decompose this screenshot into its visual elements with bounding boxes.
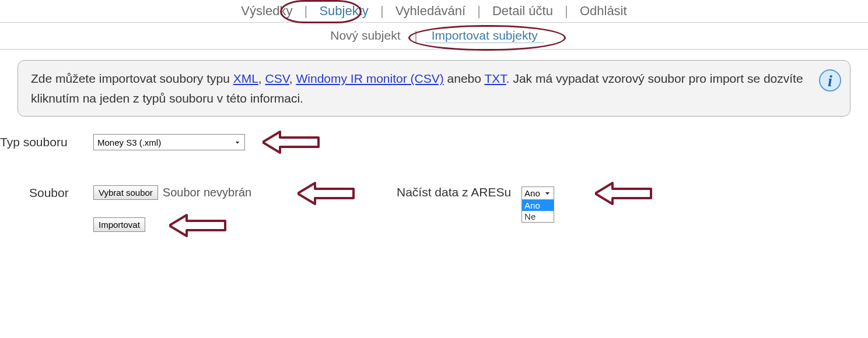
subnav-separator: | [410,29,422,43]
infobox-sep: , [258,72,265,85]
row-import: Importovat [0,217,868,232]
row-file: Soubor Vybrat soubor Soubor nevybrán Nač… [0,185,868,200]
import-button[interactable]: Importovat [93,217,145,232]
svg-marker-2 [262,132,318,153]
subnav-link-novy-subjekt[interactable]: Nový subjekt [324,29,406,43]
file-status-text: Soubor nevybrán [163,186,251,199]
infobox-text: Zde můžete importovat soubory typu [31,72,233,85]
annotation-arrow [169,213,228,238]
annotation-arrow [298,181,356,206]
infobox-sep: . [506,72,510,85]
nav-link-detail-uctu[interactable]: Detail účtu [487,3,559,19]
subnav-link-importovat-subjekty[interactable]: Importovat subjekty [426,29,544,43]
nav-separator: | [378,3,386,19]
dropdown-option-yes[interactable]: Ano [522,200,554,211]
label-file: Soubor [0,186,93,200]
ares-block: Načíst data z ARESu Ano Ano Ne [397,185,554,200]
label-ares: Načíst data z ARESu [397,185,511,199]
svg-text:i: i [828,72,832,90]
infobox: Zde můžete importovat soubory typu XML, … [18,60,850,117]
infobox-wrap: Zde můžete importovat soubory typu XML, … [0,50,868,117]
info-icon: i [818,69,842,92]
annotation-arrow [262,129,321,155]
choose-file-button[interactable]: Vybrat soubor [93,185,158,200]
nav-separator: | [475,3,483,19]
svg-marker-4 [595,183,651,204]
select-file-type[interactable]: Money S3 (.xml) [93,134,245,150]
svg-marker-3 [298,183,354,204]
infobox-sep: , [289,72,296,85]
nav-link-subjekty[interactable]: Subjekty [313,3,374,19]
annotation-arrow [595,181,653,206]
sub-nav: Nový subjekt | Importovat subjekty [0,23,868,50]
link-csv[interactable]: CSV [265,72,289,85]
nav-link-odhlasit[interactable]: Odhlásit [574,3,633,19]
svg-marker-5 [169,215,225,236]
nav-separator: | [562,3,570,19]
link-windomy[interactable]: Windomy IR monitor (CSV) [296,72,443,85]
nav-separator: | [302,3,310,19]
infobox-sep: anebo [444,72,485,85]
nav-link-vyhledavani[interactable]: Vyhledávání [390,3,471,19]
link-txt[interactable]: TXT [484,72,506,85]
main-nav: Výsledky | Subjekty | Vyhledávání | Deta… [0,0,868,23]
select-ares[interactable]: Ano [522,186,554,200]
label-type: Typ souboru [0,135,93,149]
row-file-type: Typ souboru Money S3 (.xml) [0,134,868,150]
nav-link-vysledky[interactable]: Výsledky [235,3,298,19]
link-xml[interactable]: XML [233,72,258,85]
form-area: Typ souboru Money S3 (.xml) Soubor Vybra… [0,117,868,232]
